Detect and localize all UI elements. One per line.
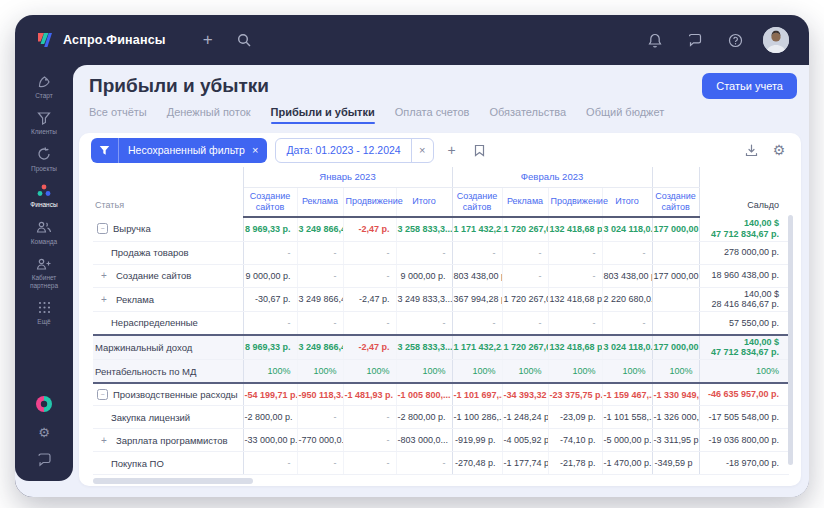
table-cell: -23,09 р.: [548, 406, 602, 429]
table-row[interactable]: Рентабельность по МД100%100%100%100%100%…: [93, 360, 789, 383]
saldo-cell: -46 635 957,00 р.: [699, 383, 789, 406]
avatar[interactable]: [763, 27, 789, 53]
table-cell: 9 000,00 р.: [243, 264, 297, 287]
tab-bill-payment[interactable]: Оплата счетов: [395, 106, 470, 124]
table-cell: 1 171 432,2...: [452, 335, 502, 360]
column-header[interactable]: Создание сайтов: [243, 187, 297, 217]
sidebar-item-projects[interactable]: Проекты: [17, 142, 71, 178]
table-cell: -2 800,00 р.: [396, 406, 452, 429]
table-cell: 367 994,28 р.: [452, 287, 502, 312]
sidebar-item-label: Финансы: [30, 201, 57, 208]
column-header[interactable]: Итого: [602, 187, 652, 217]
tab-all-reports[interactable]: Все отчёты: [89, 106, 147, 124]
table-row[interactable]: Маржинальный доход8 969,33 р.3 249 866,4…: [93, 335, 789, 360]
download-icon[interactable]: [741, 140, 761, 160]
add-filter-icon[interactable]: +: [442, 140, 462, 160]
bell-icon[interactable]: [643, 28, 667, 52]
sidebar-item-more[interactable]: Ещё: [17, 295, 71, 331]
table-settings-icon[interactable]: ⚙: [769, 140, 789, 160]
accounting-articles-button[interactable]: Статьи учета: [702, 73, 797, 99]
bookmark-icon[interactable]: [470, 140, 490, 160]
tab-obligations[interactable]: Обязательства: [489, 106, 566, 124]
saldo-cell: 278 000,00 р.: [699, 241, 789, 264]
table-row[interactable]: +Создание сайтов9 000,00 р.--9 000,00 р.…: [93, 264, 789, 287]
table-cell: -770 000,0...: [297, 429, 343, 452]
table-row[interactable]: −Выручка8 969,33 р.3 249 866,4...-2,47 р…: [93, 217, 789, 241]
gear-icon[interactable]: ⚙: [35, 423, 53, 441]
table-cell: -: [343, 452, 396, 475]
column-header[interactable]: Реклама: [297, 187, 343, 217]
unsaved-filter-label: Несохраненный фильтр: [119, 144, 252, 156]
table-cell: -1 159 467,...: [602, 383, 652, 406]
column-header[interactable]: Реклама: [502, 187, 548, 217]
table-row[interactable]: Продажа товаров--------278 000,00 р.: [93, 241, 789, 264]
table-cell: 100%: [602, 360, 652, 383]
body-area: Старт Клиенты Прое: [15, 65, 809, 497]
product-logo-icon[interactable]: [35, 395, 53, 413]
row-label: Закупка лицензий: [93, 406, 243, 429]
column-header[interactable]: Создание сайтов: [452, 187, 502, 217]
tab-cash-flow[interactable]: Денежный поток: [167, 106, 251, 124]
table-cell: 100%: [452, 360, 502, 383]
row-label-text: Рентабельность по МД: [95, 366, 196, 377]
table-row[interactable]: Закупка лицензий-2 800,00 р.---2 800,00 …: [93, 406, 789, 429]
support-icon[interactable]: [35, 451, 53, 469]
people-icon: [36, 220, 53, 235]
date-filter-chip[interactable]: Дата: 01.2023 - 12.2024 ×: [275, 138, 433, 163]
toggle-icon[interactable]: −: [97, 389, 108, 400]
help-icon[interactable]: [723, 28, 747, 52]
table-cell: 1 171 432,2...: [452, 217, 502, 241]
column-header[interactable]: Продвижение: [343, 187, 396, 217]
row-label-text: Продажа товаров: [111, 247, 189, 258]
sidebar-item-clients[interactable]: Клиенты: [17, 105, 71, 141]
unsaved-filter-chip[interactable]: Несохраненный фильтр ×: [91, 138, 267, 163]
row-label-text: Создание сайтов: [116, 270, 191, 281]
table-cell: 3 249 866,4...: [297, 335, 343, 360]
search-icon[interactable]: [232, 28, 256, 52]
table-row[interactable]: Покупка ПО-----270,48 р.-1 177,74 р.-21,…: [93, 452, 789, 475]
date-filter-close-icon[interactable]: ×: [411, 139, 433, 162]
table-cell: 1 720 267,0...: [502, 287, 548, 312]
table-cell: -: [343, 264, 396, 287]
table-row[interactable]: +Реклама-30,67 р.3 249 866,4...-2,47 р.3…: [93, 287, 789, 312]
saldo-cell: 100%: [699, 360, 789, 383]
vertical-scrollbar[interactable]: [788, 215, 793, 465]
sidebar-item-finance[interactable]: Финансы: [17, 178, 71, 214]
table-row[interactable]: Нераспределенные--------57 550,00 р.: [93, 312, 789, 335]
brand[interactable]: Аспро.Финансы: [35, 30, 166, 50]
filter-row: Несохраненный фильтр × Дата: 01.2023 - 1…: [79, 133, 801, 167]
table-cell: -: [548, 241, 602, 264]
screenshot-canvas: Аспро.Финансы +: [0, 0, 824, 508]
sidebar-item-label: Ещё: [37, 318, 50, 325]
expand-plus-icon[interactable]: +: [101, 294, 111, 305]
row-label-text: Производственные расходы: [113, 389, 238, 400]
table-cell: -23 375,75 р.: [548, 383, 602, 406]
toggle-icon[interactable]: −: [97, 223, 108, 234]
filter-funnel-icon[interactable]: [91, 138, 119, 163]
tab-general-budget[interactable]: Общий бюджет: [586, 106, 664, 124]
sidebar-item-start[interactable]: Старт: [17, 69, 71, 105]
column-header-saldo: Сальдо: [699, 167, 789, 217]
tab-profit-loss[interactable]: Прибыли и убытки: [271, 106, 375, 124]
table-cell: -: [297, 312, 343, 335]
horizontal-scrollbar[interactable]: [93, 478, 253, 484]
main-content: Прибыли и убытки Статьи учета Все отчёты…: [73, 65, 809, 497]
sidebar-item-team[interactable]: Команда: [17, 215, 71, 251]
table-row[interactable]: +Зарплата программистов-33 000,00 р.-770…: [93, 429, 789, 452]
column-header[interactable]: Создание сайтов: [652, 187, 699, 217]
table-cell: -: [502, 312, 548, 335]
column-header[interactable]: Итого: [396, 187, 452, 217]
sidebar-item-partner[interactable]: Кабинет партнера: [17, 251, 71, 295]
table-cell: -: [297, 406, 343, 429]
column-header[interactable]: Продвижение: [548, 187, 602, 217]
unsaved-filter-close-icon[interactable]: ×: [252, 144, 267, 156]
chat-icon[interactable]: [683, 28, 707, 52]
expand-plus-icon[interactable]: +: [101, 435, 111, 446]
table-cell: -: [297, 241, 343, 264]
expand-plus-icon[interactable]: +: [101, 270, 111, 281]
table-cell: -: [396, 452, 452, 475]
table-row[interactable]: −Производственные расходы-54 199,71 р.-9…: [93, 383, 789, 406]
table-cell: 100%: [548, 360, 602, 383]
report-tabs: Все отчёты Денежный поток Прибыли и убыт…: [89, 106, 797, 124]
create-button[interactable]: +: [196, 28, 220, 52]
